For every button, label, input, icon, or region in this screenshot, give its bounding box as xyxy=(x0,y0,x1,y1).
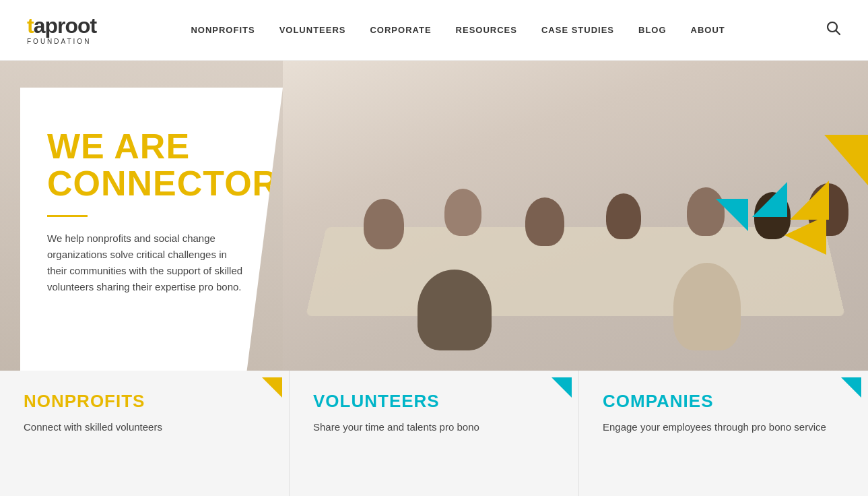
main-nav: NONPROFITS VOLUNTEERS CORPORATE RESOURCE… xyxy=(178,25,737,35)
cards-section: NONPROFITS Connect with skilled voluntee… xyxy=(0,371,868,496)
nav-corporate[interactable]: CORPORATE xyxy=(358,25,443,35)
card-nonprofits-title: NONPROFITS xyxy=(24,391,265,412)
card-nonprofits-triangle xyxy=(262,377,282,398)
logo[interactable]: taproot FOUNDATION xyxy=(27,15,96,45)
card-volunteers-triangle xyxy=(552,377,572,398)
logo-foundation-text: FOUNDATION xyxy=(27,38,91,45)
card-nonprofits-subtitle: Connect with skilled volunteers xyxy=(24,420,265,434)
hero-title-line2: CONNECTORS xyxy=(47,165,249,202)
card-volunteers-title: VOLUNTEERS xyxy=(313,391,555,412)
card-nonprofits[interactable]: NONPROFITS Connect with skilled voluntee… xyxy=(0,371,290,496)
svg-line-1 xyxy=(836,31,840,35)
nav-resources[interactable]: RESOURCES xyxy=(444,25,529,35)
card-companies[interactable]: COMPANIES Engage your employees through … xyxy=(579,371,868,496)
nav-volunteers[interactable]: VOLUNTEERS xyxy=(267,25,358,35)
nav-about[interactable]: ABOUT xyxy=(679,25,737,35)
hero-divider xyxy=(47,215,88,217)
card-volunteers[interactable]: VOLUNTEERS Share your time and talents p… xyxy=(290,371,579,496)
hero-title-line1: WE ARE xyxy=(47,128,249,165)
card-companies-subtitle: Engage your employees through pro bono s… xyxy=(603,420,844,434)
hero-title: WE ARE CONNECTORS xyxy=(47,128,249,202)
hero-section: WE ARE CONNECTORS We help nonprofits and… xyxy=(0,61,868,371)
hero-description: We help nonprofits and social change org… xyxy=(47,230,249,295)
nav-blog[interactable]: BLOG xyxy=(626,25,679,35)
nav-case-studies[interactable]: CASE STUDIES xyxy=(529,25,626,35)
card-volunteers-subtitle: Share your time and talents pro bono xyxy=(313,420,555,434)
nav-nonprofits[interactable]: NONPROFITS xyxy=(178,25,267,35)
site-header: taproot FOUNDATION NONPROFITS VOLUNTEERS… xyxy=(0,0,868,61)
card-companies-title: COMPANIES xyxy=(603,391,844,412)
search-icon[interactable] xyxy=(820,21,841,39)
card-companies-triangle xyxy=(841,377,861,398)
hero-card: WE ARE CONNECTORS We help nonprofits and… xyxy=(20,88,283,371)
